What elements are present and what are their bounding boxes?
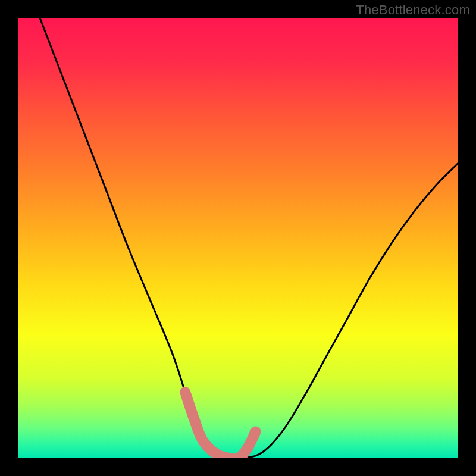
watermark-text: TheBottleneck.com	[356, 2, 470, 18]
plot-area	[18, 18, 458, 458]
gradient-background	[18, 18, 458, 458]
plot-svg	[18, 18, 458, 458]
chart-frame: TheBottleneck.com	[0, 0, 476, 476]
